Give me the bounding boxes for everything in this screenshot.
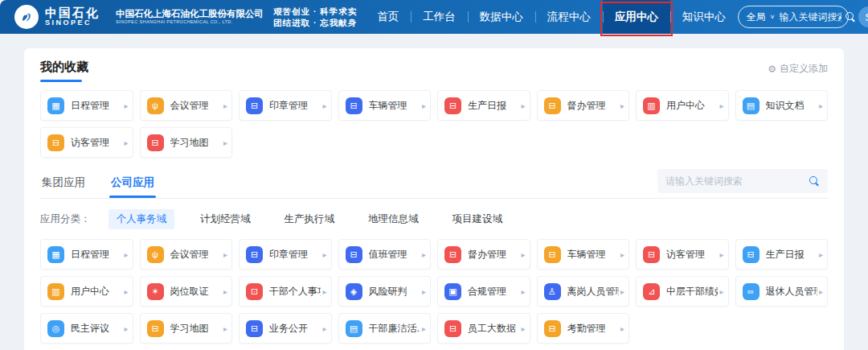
briefcase-icon: ⊟ [246,97,263,114]
chevron-right-icon: ▸ [719,250,723,259]
app-card[interactable]: ∞ 退休人员管理 ▸ [735,276,829,307]
nav-item-工作台[interactable]: 工作台 [411,0,468,34]
app-card[interactable]: ⊟ 督办管理 ▸ [437,239,530,270]
favorites-title-wrap: 我的收藏 [40,60,88,82]
app-card[interactable]: ▦ 日程管理 ▸ [40,239,133,270]
briefcase-icon: ⊟ [444,320,461,337]
app-label: 考勤管理 [567,322,619,336]
nav-item-首页[interactable]: 首页 [365,0,411,34]
app-card[interactable]: ⊟ 考勤管理 ▸ [537,313,630,344]
chevron-right-icon: ▸ [620,324,624,333]
chevron-right-icon: ▸ [521,101,525,110]
tab-集团应用[interactable]: 集团应用 [40,171,87,197]
app-card[interactable]: ▤ 干部廉洁活... ▸ [338,313,432,344]
person-frame-icon: ⊡ [246,283,263,300]
chevron-right-icon: ▸ [422,324,426,333]
chevron-right-icon: ▸ [223,287,227,296]
avatar[interactable]: S [858,6,868,27]
chevron-right-icon: ▸ [819,250,823,259]
app-card[interactable]: ✶ 岗位取证 ▸ [140,276,233,307]
app-card[interactable]: ◈ 风险研判 ▸ [338,276,432,307]
briefcase-icon: ⊟ [346,97,362,114]
app-card[interactable]: ⊟ 员工大数据 ▸ [437,313,530,344]
category-计划经营域[interactable]: 计划经营域 [192,209,259,229]
search-icon[interactable] [845,12,856,23]
app-label: 离岗人员管理 [567,285,619,299]
search-icon[interactable] [809,176,820,187]
sinopec-logo-icon [14,5,39,29]
category-地理信息域[interactable]: 地理信息域 [360,209,427,229]
chevron-right-icon: ▸ [422,287,426,296]
nav-item-label: 知识中心 [682,10,726,24]
app-card[interactable]: ⊟ 印章管理 ▸ [239,90,332,121]
user-menu[interactable]: S sysadmin ∨ [858,6,868,27]
app-card[interactable]: ⊟ 访客管理 ▸ [40,127,133,158]
app-card[interactable]: ⊟ 生产日报 ▸ [735,239,829,270]
chevron-right-icon: ▸ [521,250,525,259]
briefcase-icon: ⊟ [246,246,263,263]
global-search-input[interactable] [779,11,841,23]
company-name: 中国石化上海石油化工股份有限公司 SINOPEC SHANGHAI PETROC… [116,9,264,25]
badge-icon: ✶ [147,283,164,300]
app-card[interactable]: ▥ 用户中心 ▸ [636,90,729,121]
category-个人事务域[interactable]: 个人事务域 [108,209,175,229]
app-label: 车辆管理 [567,248,619,261]
search-scope[interactable]: 全局 [747,10,766,24]
app-card[interactable]: ⊟ 学习地图 ▸ [140,127,233,158]
app-card[interactable]: ◎ 民主评议 ▸ [40,313,133,344]
category-生产执行域[interactable]: 生产执行域 [276,209,343,229]
app-label: 学习地图 [170,322,222,336]
nav-item-知识中心[interactable]: 知识中心 [670,0,738,34]
people-icon: ∞ [743,283,760,300]
briefcase-icon: ⊟ [544,246,561,263]
app-card[interactable]: ▥ 用户中心 ▸ [40,276,133,307]
app-card[interactable]: ⊟ 访客管理 ▸ [636,239,729,270]
favorites-title: 我的收藏 [40,60,88,80]
briefcase-icon: ⊟ [544,97,561,114]
chevron-right-icon: ▸ [124,250,128,259]
app-label: 生产日报 [468,99,519,113]
app-tabs: 集团应用公司应用 [40,171,178,197]
app-card[interactable]: ▣ 合规管理 ▸ [437,276,530,307]
app-card[interactable]: ⊡ 干部个人事项 ▸ [239,276,332,307]
app-card[interactable]: ⊟ 值班管理 ▸ [338,239,432,270]
app-card[interactable]: ⊟ 印章管理 ▸ [239,239,332,270]
app-card[interactable]: ⊿ 中层干部绩效 ▸ [636,276,729,307]
custom-add-button[interactable]: ⚙ 自定义添加 [768,62,828,82]
nav-item-流程中心[interactable]: 流程中心 [535,0,603,34]
main-nav: 首页 工作台 数据中心 流程中心 应用中心 知识中心 [365,0,738,34]
app-card[interactable]: ♙ 离岗人员管理 ▸ [537,276,630,307]
sinopec-logo[interactable]: 中国石化 SINOPEC [14,5,100,29]
chevron-right-icon: ▸ [124,138,128,147]
nav-item-应用中心[interactable]: 应用中心 [603,0,670,34]
app-card[interactable]: ⊟ 学习地图 ▸ [140,313,233,344]
app-label: 生产日报 [766,248,817,261]
app-label: 日程管理 [71,99,122,113]
app-search-input[interactable] [665,175,809,187]
global-search[interactable]: 全局 ∨ [738,6,849,28]
app-card[interactable]: ⊟ 生产日报 ▸ [437,90,530,121]
chevron-right-icon: ▸ [322,287,326,296]
chevron-right-icon: ▸ [819,287,823,296]
nav-item-数据中心[interactable]: 数据中心 [468,0,535,34]
app-label: 印章管理 [269,248,321,261]
app-card[interactable]: ⊟ 督办管理 ▸ [537,90,630,121]
app-search[interactable] [657,169,828,193]
app-card[interactable]: ▤ 知识文档 ▸ [735,90,829,121]
category-项目建设域[interactable]: 项目建设域 [444,209,511,229]
app-label: 合规管理 [468,285,519,299]
tab-公司应用[interactable]: 公司应用 [109,171,156,197]
briefcase-icon: ⊟ [246,320,263,337]
chevron-right-icon: ▸ [620,101,624,110]
app-card[interactable]: ⊟ 车辆管理 ▸ [338,90,432,121]
app-center-card: 我的收藏 ⚙ 自定义添加 ▦ 日程管理 ▸ ψ 会议管理 ▸ ⊟ 印章管理 ▸ … [24,48,844,350]
briefcase-icon: ⊟ [544,320,561,337]
app-card[interactable]: ψ 会议管理 ▸ [140,239,233,270]
app-card[interactable]: ψ 会议管理 ▸ [140,90,233,121]
app-card[interactable]: ⊟ 车辆管理 ▸ [537,239,630,270]
chevron-down-icon[interactable]: ∨ [770,14,776,20]
app-card[interactable]: ▦ 日程管理 ▸ [40,90,133,121]
apps-grid: ▦ 日程管理 ▸ ψ 会议管理 ▸ ⊟ 印章管理 ▸ ⊟ 值班管理 ▸ ⊟ 督办… [40,239,828,344]
app-card[interactable]: ⊟ 业务公开 ▸ [239,313,332,344]
page-body: 我的收藏 ⚙ 自定义添加 ▦ 日程管理 ▸ ψ 会议管理 ▸ ⊟ 印章管理 ▸ … [0,34,868,350]
